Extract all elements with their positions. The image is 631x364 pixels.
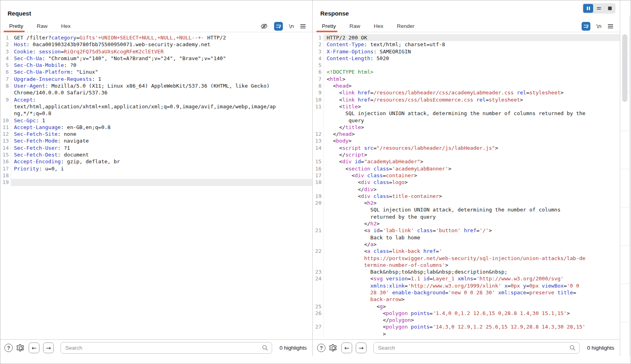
- response-code-editor[interactable]: 1HTTP/2 200 OK2Content-Type: text/html; …: [313, 33, 620, 339]
- code-line: 19 <div class=title-container>: [313, 193, 620, 200]
- response-scrollbar-thumb[interactable]: [622, 34, 627, 102]
- tab-pretty[interactable]: Pretty: [9, 20, 23, 32]
- code-line: termine-number-of-columns'>: [313, 262, 620, 268]
- code-line: 9Accept:: [0, 96, 312, 103]
- code-line: Chrome/140.0.0.0 Safari/537.36: [0, 89, 312, 96]
- code-line: 18: [0, 172, 312, 179]
- code-line: 12Sec-Fetch-Site: none: [0, 131, 312, 137]
- code-line: 4Sec-Ch-Ua: "Chromium";v="140", "Not=A?B…: [0, 55, 312, 62]
- tab-render[interactable]: Render: [397, 20, 414, 32]
- code-line: 8 <head>: [313, 82, 620, 89]
- show-newlines-icon[interactable]: \n: [596, 23, 602, 29]
- code-line: 13 <body>: [313, 137, 620, 144]
- code-line: 10 <link href=/resources/css/labsEcommer…: [313, 96, 620, 103]
- response-tabs: PrettyRawHexRender: [322, 20, 415, 32]
- code-line: 13Sec-Fetch-Mode: navigate: [0, 137, 312, 144]
- code-line: xmlns:xlink='http://www.w3.org/1999/xlin…: [313, 282, 620, 289]
- horizontal-layout-button[interactable]: [594, 4, 604, 13]
- help-icon[interactable]: ?: [317, 344, 325, 352]
- code-line: 22 <a class=link-back href=': [313, 248, 620, 254]
- layout-segmented-control: [582, 3, 615, 14]
- pause-intercept-button[interactable]: [583, 4, 593, 13]
- code-line: 3X-Frame-Options: SAMEORIGIN: [313, 48, 620, 55]
- tab-pretty[interactable]: Pretty: [322, 20, 336, 32]
- code-line: text/html,application/xhtml+xml,applicat…: [0, 103, 312, 110]
- code-line: 27 <polygon points='14.3,0 12.9,1.2 25.6…: [313, 323, 620, 330]
- code-line: back-arrow>: [313, 296, 620, 303]
- response-header: Response: [313, 0, 620, 20]
- code-line: 16Accept-Encoding: gzip, deflate, br: [0, 158, 312, 165]
- code-line: 6<!DOCTYPE html>: [313, 68, 620, 75]
- code-line: https://portswigger.net/web-security/sql…: [313, 255, 620, 262]
- request-panel: Request PrettyRawHex \n 1GET /filter?cat…: [0, 0, 313, 356]
- response-title: Response: [320, 10, 613, 17]
- settings-gear-icon[interactable]: [16, 344, 25, 352]
- code-line: 26 <polygon points='1.4,0 0,1.2 12.6,15 …: [313, 310, 620, 317]
- search-magnifier-icon: [262, 344, 268, 353]
- code-line: SQL injection UNION attack, determining …: [313, 110, 620, 117]
- request-search-input[interactable]: [61, 342, 272, 354]
- settings-gear-icon[interactable]: [329, 344, 338, 352]
- burp-message-editor-window: Request PrettyRawHex \n 1GET /filter?cat…: [0, 0, 631, 364]
- code-line: 18 <div class=logo>: [313, 179, 620, 186]
- search-prev-button[interactable]: ←: [29, 342, 39, 353]
- code-line: </h2>: [313, 220, 620, 227]
- code-line: </script>: [313, 151, 620, 158]
- response-panel: Response PrettyRawHexRender \n 1HTTP/2 2…: [313, 0, 620, 356]
- search-next-button[interactable]: →: [43, 342, 54, 353]
- code-line: 1HTTP/2 200 OK: [313, 34, 620, 41]
- code-line: 7<html>: [313, 76, 620, 82]
- show-newlines-icon[interactable]: \n: [289, 23, 294, 29]
- code-line: 5: [313, 62, 620, 68]
- code-line: 8User-Agent: Mozilla/5.0 (X11; Linux x86…: [0, 82, 312, 89]
- help-icon[interactable]: ?: [4, 344, 13, 352]
- response-tabbar: PrettyRawHexRender \n: [313, 20, 620, 32]
- code-line: 11Accept-Language: en-GB,en;q=0.8: [0, 124, 312, 131]
- search-next-button[interactable]: →: [356, 342, 366, 353]
- tab-raw[interactable]: Raw: [37, 20, 47, 32]
- request-tabs: PrettyRawHex: [9, 20, 71, 32]
- request-menu-icon[interactable]: [300, 23, 306, 29]
- tab-hex[interactable]: Hex: [374, 20, 383, 32]
- code-line: </polygon>: [313, 317, 620, 323]
- code-line: 12 </head>: [313, 131, 620, 137]
- code-line: 7Upgrade-Insecure-Requests: 1: [0, 76, 312, 82]
- response-menu-icon[interactable]: [607, 23, 613, 29]
- response-toolbar-icons: \n: [582, 20, 613, 32]
- hide-response-eye-icon[interactable]: [260, 22, 268, 30]
- response-searchbar: ? ← → 0 highlights: [313, 339, 620, 356]
- code-line: 15Sec-Fetch-Dest: document: [0, 151, 312, 158]
- code-line: 15 <div id="academyLabHeader">: [313, 158, 620, 165]
- request-code-editor[interactable]: 1GET /filter?category=Gifts'+UNION+SELEC…: [0, 33, 312, 339]
- code-line: 1GET /filter?category=Gifts'+UNION+SELEC…: [0, 34, 312, 41]
- code-line: Back to lab home: [313, 234, 620, 241]
- request-title: Request: [8, 10, 306, 17]
- code-line: 20 <h2>: [313, 200, 620, 206]
- code-line: 19: [0, 179, 312, 186]
- tab-hex[interactable]: Hex: [61, 20, 71, 32]
- code-line: 5Sec-Ch-Ua-Mobile: ?0: [0, 62, 312, 68]
- code-line: 9 <link href=/resources/labheader/css/ac…: [313, 89, 620, 96]
- word-wrap-toggle-icon[interactable]: [582, 22, 590, 31]
- code-line: SQL injection UNION attack, determining …: [313, 206, 620, 213]
- code-line: 16 <section class='academyLabBanner'>: [313, 165, 620, 172]
- code-line: </title>: [313, 124, 620, 131]
- response-scrollbar-track[interactable]: [621, 16, 630, 356]
- code-line: 14 <script src="/resources/labheader/js/…: [313, 145, 620, 151]
- code-line: 28 30' enable-background='new 0 0 28 30'…: [313, 289, 620, 296]
- request-highlight-count: 0 highlights: [280, 345, 307, 351]
- tab-raw[interactable]: Raw: [349, 20, 360, 32]
- code-line: </div>: [313, 186, 620, 193]
- code-line: </a>: [313, 241, 620, 248]
- code-line: returned by the query: [313, 213, 620, 220]
- search-prev-button[interactable]: ←: [341, 342, 352, 353]
- code-line: 3Cookie: session=RiQrq2FQ7Sd5aUXsKcogRFe…: [0, 48, 312, 55]
- code-line: query: [313, 117, 620, 124]
- request-search-wrap: [61, 342, 272, 354]
- code-line: 4Content-Length: 5020: [313, 55, 620, 62]
- word-wrap-toggle-icon[interactable]: [274, 22, 283, 31]
- stop-button[interactable]: [605, 4, 615, 13]
- code-line: 14Sec-Fetch-User: ?1: [0, 145, 312, 151]
- request-searchbar: ? ← → 0 highlights: [0, 339, 312, 356]
- response-search-input[interactable]: [373, 342, 580, 354]
